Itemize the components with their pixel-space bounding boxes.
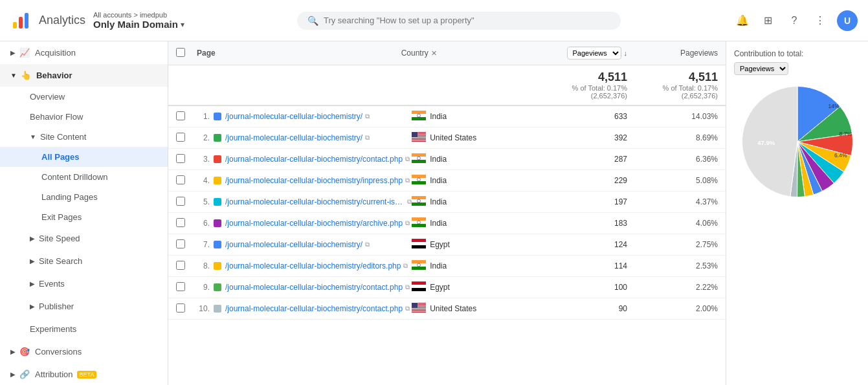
domain-selector[interactable]: All accounts > imedpub Only Main Domain … (93, 11, 184, 30)
row-country: India (412, 260, 524, 272)
sidebar-item-behavior[interactable]: ▼ 👆 Behavior (0, 64, 168, 87)
external-link-icon[interactable]: ⧉ (405, 283, 410, 291)
row-checkbox[interactable] (176, 154, 185, 163)
page-link[interactable]: /journal-molecular-cellular-biochemistry… (225, 240, 362, 249)
external-link-icon[interactable]: ⧉ (403, 262, 408, 270)
table-row: 4. /journal-molecular-cellular-biochemis… (168, 170, 726, 192)
page-link[interactable]: /journal-molecular-cellular-biochemistry… (225, 261, 401, 270)
sidebar-item-attribution[interactable]: ▶ 🔗 Attribution BETA (0, 363, 168, 385)
page-link[interactable]: /journal-molecular-cellular-biochemistry… (225, 133, 362, 142)
row-checkbox[interactable] (176, 175, 185, 184)
row-checkbox[interactable] (176, 218, 185, 227)
page-link[interactable]: /journal-molecular-cellular-biochemistry… (225, 304, 403, 313)
page-link[interactable]: /journal-molecular-cellular-biochemistry… (225, 197, 405, 206)
row-country: Egypt (412, 239, 524, 250)
sidebar-item-experiments[interactable]: Experiments (0, 318, 168, 340)
external-link-icon[interactable]: ⧉ (405, 155, 410, 163)
row-checkbox[interactable] (176, 197, 185, 206)
chevron-down-icon[interactable]: ▾ (181, 20, 184, 29)
page-link[interactable]: /journal-molecular-cellular-biochemistry… (225, 283, 403, 292)
external-link-icon[interactable]: ⧉ (405, 177, 410, 184)
sidebar-item-conversions[interactable]: ▶ 🎯 Conversions (0, 340, 168, 363)
svg-rect-25 (412, 175, 426, 178)
row-pct: 2.00% (627, 304, 718, 313)
sidebar-item-site-speed[interactable]: ▶ Site Speed (0, 227, 168, 250)
avatar[interactable]: U (837, 10, 858, 31)
row-country: India (412, 217, 524, 229)
row-checkbox[interactable] (176, 133, 185, 142)
external-link-icon[interactable]: ⧉ (405, 305, 410, 313)
row-checkbox[interactable] (176, 111, 185, 120)
external-link-icon[interactable]: ⧉ (407, 198, 412, 206)
page-link[interactable]: /journal-molecular-cellular-biochemistry… (225, 219, 403, 228)
svg-rect-56 (412, 309, 426, 310)
bell-icon[interactable]: 🔔 (733, 12, 751, 30)
row-pct: 5.08% (627, 176, 718, 185)
svg-rect-34 (412, 221, 426, 224)
external-link-icon[interactable]: ⧉ (365, 134, 370, 142)
svg-rect-54 (412, 308, 426, 309)
metric-dropdown[interactable]: Pageviews (567, 47, 621, 60)
table-header: Page Country ✕ Pageviews ↓ Pageviews (168, 41, 726, 65)
row-checkbox[interactable] (176, 261, 185, 270)
total-value2: 4,511 (627, 71, 718, 84)
sidebar-item-site-search[interactable]: ▶ Site Search (0, 250, 168, 272)
svg-rect-38 (412, 242, 426, 245)
row-number: 1. (197, 112, 210, 121)
search-input[interactable] (324, 16, 610, 25)
chart-metric-select[interactable]: Pageviews (734, 62, 788, 75)
down-arrow-icon: ▼ (10, 72, 17, 79)
svg-rect-15 (412, 138, 426, 138)
country-name: India (430, 155, 447, 164)
sidebar-conversions-label: Conversions (35, 347, 82, 357)
row-number: 7. (197, 240, 210, 249)
row-checkbox[interactable] (176, 239, 185, 248)
sidebar-item-events[interactable]: ▶ Events (0, 272, 168, 295)
row-checkbox[interactable] (176, 303, 185, 313)
svg-rect-16 (412, 138, 426, 139)
sidebar-item-exit-pages[interactable]: Exit Pages (0, 207, 168, 227)
sidebar-item-landing-pages[interactable]: Landing Pages (0, 187, 168, 207)
external-link-icon[interactable]: ⧉ (365, 241, 370, 248)
sidebar-item-overview[interactable]: Overview (0, 87, 168, 107)
sidebar-item-behavior-flow[interactable]: Behavior Flow (0, 107, 168, 127)
sidebar-content-drilldown-label: Content Drilldown (41, 172, 108, 182)
sidebar-acquisition-label: Acquisition (35, 48, 76, 58)
svg-rect-46 (412, 288, 426, 291)
col-pageviews-header: Pageviews (627, 49, 718, 58)
external-link-icon[interactable]: ⧉ (365, 113, 370, 120)
row-color-dot (214, 113, 221, 120)
row-value: 124 (524, 240, 627, 249)
sidebar-site-speed-label: Site Speed (39, 234, 80, 243)
sidebar-item-all-pages[interactable]: All Pages (0, 147, 168, 167)
search-bar[interactable]: 🔍 (297, 12, 621, 30)
sidebar-item-publisher[interactable]: ▶ Publisher (0, 295, 168, 318)
row-country: India (412, 175, 524, 186)
country-filter-icon[interactable]: ✕ (431, 49, 437, 58)
svg-rect-60 (412, 303, 417, 308)
svg-rect-58 (412, 311, 426, 312)
page-link[interactable]: /journal-molecular-cellular-biochemistry… (225, 112, 362, 121)
external-link-icon[interactable]: ⧉ (405, 219, 410, 227)
svg-rect-30 (412, 199, 426, 203)
site-search-arrow-icon: ▶ (30, 258, 35, 265)
sidebar-item-site-content[interactable]: ▼ Site Content (0, 127, 168, 147)
grid-icon[interactable]: ⊞ (759, 12, 777, 30)
breadcrumb: All accounts > imedpub (93, 11, 184, 19)
sidebar-item-acquisition[interactable]: ▶ 📈 Acquisition (0, 41, 168, 64)
help-icon[interactable]: ? (785, 12, 803, 30)
page-link[interactable]: /journal-molecular-cellular-biochemistry… (225, 176, 403, 185)
total-pct2: % of Total: 0.17% (627, 84, 718, 92)
row-country: India (412, 111, 524, 122)
row-checkbox[interactable] (176, 282, 185, 291)
svg-rect-31 (412, 203, 426, 206)
total-count2: (2,652,376) (627, 92, 718, 100)
row-country: Egypt (412, 281, 524, 293)
sidebar-item-content-drilldown[interactable]: Content Drilldown (0, 167, 168, 187)
row-color-dot (214, 262, 221, 270)
select-all-checkbox[interactable] (176, 48, 185, 57)
row-country: United States (412, 132, 524, 144)
col-metric-selector[interactable]: Pageviews ↓ (524, 47, 627, 60)
page-link[interactable]: /journal-molecular-cellular-biochemistry… (225, 155, 403, 164)
more-icon[interactable]: ⋮ (811, 12, 829, 30)
